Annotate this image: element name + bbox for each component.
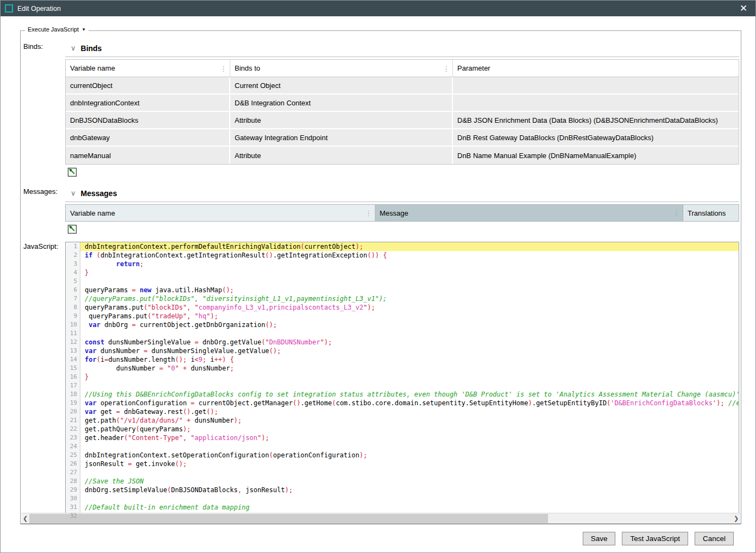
operation-type-dropdown[interactable]: Execute JavaScript ▼ [25, 26, 89, 33]
table-cell[interactable]: Current Object [230, 77, 453, 95]
messages-table: Variable name⋮Message⋮Translations [65, 204, 739, 222]
code-line: 17 [66, 381, 739, 390]
chevron-down-icon: ∨ [71, 46, 76, 51]
table-cell[interactable]: D&B Integration Context [230, 95, 453, 112]
table-cell[interactable] [453, 95, 739, 112]
binds-section-header[interactable]: ∨ Binds [65, 41, 739, 57]
code-line: 12const dunsNumberSingleValue = dnbOrg.g… [66, 338, 739, 347]
table-row: currentObjectCurrent Object [66, 77, 739, 95]
dialog-title: Edit Operation [17, 5, 61, 12]
code-line: 4} [66, 268, 739, 277]
line-number: 22 [66, 425, 80, 433]
operation-fieldset: Execute JavaScript ▼ Binds: ∨ Binds Vari… [20, 30, 741, 525]
code-line-content: dunsNumber = "0" + dunsNumber; [80, 364, 739, 373]
code-line-content: queryParams = new java.util.HashMap(); [80, 286, 739, 294]
code-line-content: var dunsNumber = dunsNumberSingleValue.g… [80, 347, 739, 355]
table-cell[interactable]: DnBJSONDataBlocks [66, 112, 230, 129]
code-line-content [80, 381, 739, 390]
line-number: 32 [66, 512, 80, 520]
code-line: 25dnbIntegrationContext.setOperationConf… [66, 451, 739, 460]
column-menu-icon[interactable]: ⋮ [365, 209, 372, 217]
code-line-content [80, 494, 739, 503]
messages-field-label: Messages: [21, 186, 65, 196]
line-number: 16 [66, 373, 80, 381]
horizontal-scrollbar[interactable]: ❮ ❯ [21, 513, 740, 524]
code-line-content: } [80, 268, 739, 277]
column-header-binds-to[interactable]: Binds to⋮ [230, 60, 453, 77]
table-cell[interactable]: dnbIntegrationContext [66, 95, 230, 112]
line-number: 25 [66, 451, 80, 460]
scroll-right-arrow-icon[interactable]: ❯ [732, 513, 740, 524]
column-header-translations[interactable]: Translations [683, 205, 739, 221]
column-header-variable-name[interactable]: Variable name⋮ [66, 205, 375, 221]
line-number: 12 [66, 338, 80, 347]
column-header-label: Message [380, 209, 408, 217]
code-line-content: const dunsNumberSingleValue = dnbOrg.get… [80, 338, 739, 347]
code-line-content: get.header("Content-Type", "application/… [80, 433, 739, 442]
line-number: 17 [66, 381, 80, 390]
binds-section-title: Binds [81, 44, 102, 53]
table-cell[interactable]: Attribute [230, 147, 453, 164]
code-line-content: dnbIntegrationContext.setOperationConfig… [80, 451, 739, 460]
cancel-button[interactable]: Cancel [695, 532, 734, 545]
line-number: 4 [66, 268, 80, 277]
code-line: 13var dunsNumber = dunsNumberSingleValue… [66, 347, 739, 355]
code-line-content [80, 442, 739, 451]
scrollbar-thumb[interactable] [29, 514, 548, 523]
dialog-titlebar: Edit Operation ✕ [1, 1, 755, 16]
column-header-label: Binds to [235, 64, 260, 72]
table-cell[interactable]: nameManual [66, 147, 230, 164]
binds-add-row-button[interactable] [67, 167, 78, 177]
messages-section-title: Messages [81, 189, 117, 198]
column-menu-icon[interactable]: ⋮ [443, 64, 450, 72]
line-number: 15 [66, 364, 80, 373]
code-line-content: //Save the JSON [80, 477, 739, 486]
line-number: 29 [66, 486, 80, 494]
table-cell[interactable] [453, 77, 739, 95]
column-header-label: Variable name [70, 209, 115, 217]
line-number: 14 [66, 355, 80, 364]
table-row: nameManualAttributeDnB Name Manual Examp… [66, 147, 739, 164]
code-line-content: //Default built-in enrichment data mappi… [80, 503, 739, 512]
messages-section-header[interactable]: ∨ Messages [65, 186, 739, 202]
line-number: 10 [66, 321, 80, 329]
table-cell[interactable]: currentObject [66, 77, 230, 95]
close-icon[interactable]: ✕ [737, 1, 750, 16]
column-header-label: Translations [688, 209, 726, 217]
line-number: 24 [66, 442, 80, 451]
column-menu-icon[interactable]: ⋮ [673, 209, 680, 217]
code-line-content: //Using this D&BEnrichConfigDataBlocks c… [80, 390, 739, 399]
column-menu-icon[interactable]: ⋮ [220, 64, 227, 72]
scroll-left-arrow-icon[interactable]: ❮ [21, 513, 29, 524]
table-cell[interactable]: D&B JSON Enrichment Data (Data Blocks) (… [453, 112, 739, 129]
messages-add-row-button[interactable] [67, 224, 78, 234]
code-line-content: queryParams.put("tradeUp", "hq"); [80, 312, 739, 321]
table-cell[interactable]: Gateway Integration Endpoint [230, 129, 453, 147]
column-header-message[interactable]: Message⋮ [375, 205, 683, 221]
code-line-content [80, 468, 739, 477]
table-cell[interactable]: DnB Rest Gateway DataBlocks (DnBRestGate… [453, 129, 739, 147]
line-number: 7 [66, 294, 80, 303]
code-line-content: var operationConfiguration = currentObje… [80, 399, 739, 407]
code-line-content: return; [80, 260, 739, 268]
code-line: 18//Using this D&BEnrichConfigDataBlocks… [66, 390, 739, 399]
edit-operation-dialog: Edit Operation ✕ Execute JavaScript ▼ Bi… [0, 0, 756, 553]
code-line: 23get.header("Content-Type", "applicatio… [66, 433, 739, 442]
line-number: 3 [66, 260, 80, 268]
code-line-content: get.path("/v1/data/duns/" + dunsNumber); [80, 416, 739, 425]
column-header-parameter[interactable]: Parameter [453, 60, 739, 77]
code-line: 24 [66, 442, 739, 451]
code-line: 11 [66, 329, 739, 338]
javascript-code-editor[interactable]: 1dnbIntegrationContext.performDefaultEnr… [65, 242, 739, 522]
code-line: 30 [66, 494, 739, 503]
table-cell[interactable]: dnbGateway [66, 129, 230, 147]
line-number: 30 [66, 494, 80, 503]
save-button[interactable]: Save [583, 532, 616, 545]
test-javascript-button[interactable]: Test JavaScript [622, 532, 688, 545]
code-line: 14for(i=dunsNumber.length(); i<9; i++) { [66, 355, 739, 364]
column-header-variable-name[interactable]: Variable name⋮ [66, 60, 230, 77]
code-line: 5 [66, 277, 739, 286]
table-cell[interactable]: Attribute [230, 112, 453, 129]
javascript-form-row: JavaScript: 1dnbIntegrationContext.perfo… [21, 241, 741, 522]
table-cell[interactable]: DnB Name Manual Example (DnBNameManualEx… [453, 147, 739, 164]
